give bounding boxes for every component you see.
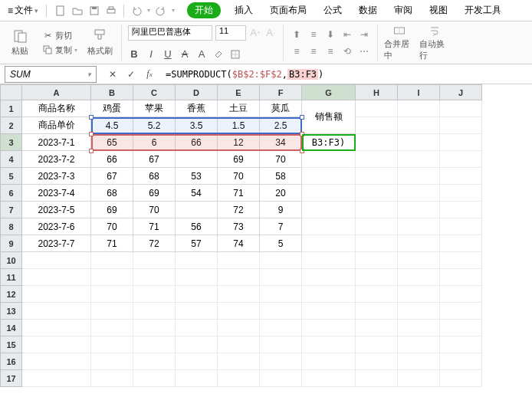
cell[interactable]: B3:F3) — [302, 134, 356, 151]
extra-icon[interactable]: ⋯ — [357, 44, 371, 58]
cell[interactable] — [218, 320, 260, 336]
cell[interactable] — [356, 117, 398, 134]
align-top-icon[interactable]: ⬆ — [290, 28, 304, 41]
cell[interactable] — [440, 117, 482, 134]
cell[interactable] — [260, 353, 302, 370]
fill-color-icon[interactable] — [212, 48, 225, 61]
cell[interactable] — [356, 303, 398, 320]
cell[interactable] — [22, 353, 91, 370]
cell[interactable] — [260, 269, 302, 286]
cell[interactable] — [356, 235, 398, 252]
cell[interactable] — [302, 202, 356, 218]
cell[interactable] — [176, 252, 218, 269]
cell[interactable]: 70 — [218, 168, 260, 185]
cell[interactable] — [22, 269, 91, 286]
bold-icon[interactable]: B — [128, 48, 140, 61]
fx-icon[interactable]: fx — [143, 67, 156, 81]
cell[interactable] — [356, 168, 398, 185]
cell[interactable] — [133, 353, 176, 370]
cell[interactable] — [440, 168, 482, 185]
cell[interactable]: 53 — [176, 168, 218, 185]
cell[interactable] — [176, 320, 218, 336]
cell[interactable]: 1.5 — [218, 117, 260, 134]
cell[interactable] — [398, 151, 440, 168]
cell[interactable] — [176, 151, 218, 168]
cell[interactable]: 2023-7-3 — [22, 168, 91, 185]
cell[interactable] — [91, 286, 133, 303]
cell[interactable] — [218, 286, 260, 303]
align-mid-icon[interactable]: ≡ — [307, 28, 320, 41]
cell[interactable] — [218, 336, 260, 353]
cell[interactable] — [260, 286, 302, 303]
cell[interactable]: 66 — [91, 151, 133, 168]
cell[interactable]: 2023-7-4 — [22, 185, 91, 202]
cell[interactable]: 72 — [218, 202, 260, 218]
cell[interactable]: 5.2 — [133, 117, 176, 134]
cell[interactable] — [440, 202, 482, 218]
cell[interactable] — [440, 303, 482, 320]
col-header[interactable]: C — [133, 85, 176, 100]
cell[interactable]: 67 — [91, 168, 133, 185]
italic-icon[interactable]: I — [145, 48, 157, 61]
cell[interactable]: 66 — [176, 134, 218, 151]
col-header[interactable]: A — [22, 85, 91, 100]
row-header[interactable]: 11 — [1, 269, 22, 286]
cell[interactable]: 20 — [260, 185, 302, 202]
row-header[interactable]: 13 — [1, 303, 22, 320]
font-name-select[interactable]: 阿里巴巴普惠体 — [128, 25, 212, 41]
merge-button[interactable]: 合并居中 — [384, 25, 415, 61]
wrap-button[interactable]: 自动换行 — [419, 25, 450, 61]
cell[interactable] — [302, 185, 356, 202]
cell[interactable]: 2023-7-2 — [22, 151, 91, 168]
cell[interactable] — [356, 370, 398, 387]
select-all-corner[interactable] — [1, 85, 22, 100]
cell[interactable]: 71 — [218, 185, 260, 202]
cell[interactable]: 2023-7-5 — [22, 202, 91, 218]
cell[interactable] — [133, 336, 176, 353]
row-header[interactable]: 12 — [1, 286, 22, 303]
decrease-font-icon[interactable]: A- — [264, 27, 277, 39]
cell[interactable] — [440, 151, 482, 168]
cell[interactable]: 苹果 — [133, 100, 176, 117]
cell[interactable]: 70 — [91, 218, 133, 235]
cell[interactable] — [302, 336, 356, 353]
cell[interactable] — [356, 269, 398, 286]
cell[interactable] — [440, 185, 482, 202]
cell[interactable] — [398, 320, 440, 336]
cell[interactable] — [133, 320, 176, 336]
cell[interactable] — [356, 100, 398, 117]
cell[interactable]: 香蕉 — [176, 100, 218, 117]
increase-font-icon[interactable]: A+ — [249, 27, 261, 39]
cell[interactable] — [22, 252, 91, 269]
cell[interactable] — [398, 117, 440, 134]
cell[interactable] — [133, 303, 176, 320]
cell[interactable] — [398, 185, 440, 202]
cell[interactable]: 72 — [133, 235, 176, 252]
cell[interactable] — [398, 303, 440, 320]
cell[interactable] — [260, 370, 302, 387]
cell[interactable] — [176, 286, 218, 303]
cell[interactable]: 68 — [133, 168, 176, 185]
cell[interactable] — [398, 370, 440, 387]
cell[interactable] — [91, 269, 133, 286]
cell[interactable] — [218, 353, 260, 370]
cell[interactable]: 商品单价 — [22, 117, 91, 134]
cell[interactable] — [302, 269, 356, 286]
cell[interactable] — [133, 269, 176, 286]
cell[interactable] — [176, 370, 218, 387]
file-menu[interactable]: ≡ 文件 ▾ — [3, 2, 43, 18]
open-icon[interactable] — [71, 5, 84, 17]
font-size-select[interactable]: 11 — [215, 25, 246, 41]
cell[interactable] — [398, 235, 440, 252]
col-header[interactable]: G — [302, 85, 356, 100]
cell[interactable] — [440, 252, 482, 269]
cell[interactable] — [356, 185, 398, 202]
align-center-icon[interactable]: ≡ — [307, 44, 320, 58]
row-header[interactable]: 5 — [1, 168, 22, 185]
formula-input[interactable]: =SUMPRODUCT($B$2:$F$2,B3:F3) — [161, 66, 532, 83]
indent-dec-icon[interactable]: ⇤ — [340, 28, 354, 41]
cell[interactable] — [176, 269, 218, 286]
cell[interactable]: 销售额 — [302, 100, 356, 134]
cell[interactable]: 2023-7-7 — [22, 235, 91, 252]
cell[interactable]: 71 — [91, 235, 133, 252]
